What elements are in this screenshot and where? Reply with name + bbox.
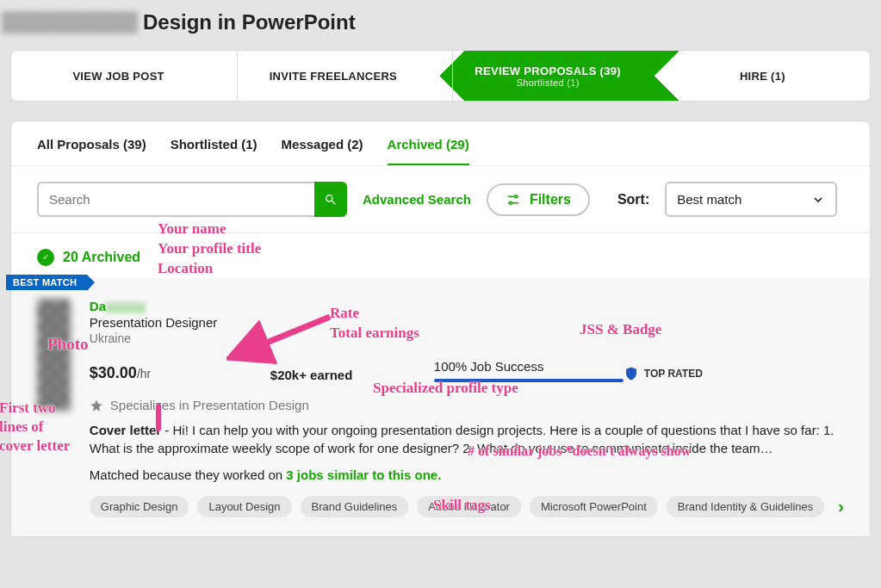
matched-reason: Matched because they worked on 3 jobs si… bbox=[90, 467, 844, 482]
tab-archived[interactable]: Archived (29) bbox=[388, 137, 469, 165]
specialization: Specializes in Presentation Design bbox=[90, 398, 844, 412]
proposal-card[interactable]: BEST MATCH Da Presentation Designer Ukra… bbox=[11, 278, 870, 536]
tab-shortlisted[interactable]: Shortlisted (1) bbox=[171, 137, 257, 165]
cover-letter: Cover letter - Hi! I can help you with y… bbox=[90, 421, 844, 457]
step-view-job[interactable]: VIEW JOB POST bbox=[11, 51, 226, 101]
skill-tag[interactable]: Graphic Design bbox=[90, 496, 189, 517]
top-rated-badge: TOP RATED bbox=[624, 365, 703, 382]
archived-count: 20 Archived bbox=[63, 250, 140, 265]
skills-next-icon[interactable]: › bbox=[838, 497, 844, 517]
page-header: Design in PowerPoint bbox=[0, 0, 881, 50]
svg-point-1 bbox=[509, 201, 512, 204]
similar-jobs-link[interactable]: 3 jobs similar to this one. bbox=[286, 467, 441, 482]
page-title: Design in PowerPoint bbox=[143, 10, 356, 34]
profile-title: Presentation Designer bbox=[90, 315, 844, 330]
filters-button[interactable]: Filters bbox=[487, 183, 590, 216]
advanced-search-link[interactable]: Advanced Search bbox=[363, 192, 471, 207]
hourly-rate: $30.00/hr bbox=[90, 364, 270, 382]
tab-messaged[interactable]: Messaged (2) bbox=[282, 137, 363, 165]
status-row: 20 Archived bbox=[11, 233, 870, 271]
check-circle-icon bbox=[37, 249, 54, 266]
star-icon bbox=[90, 399, 103, 412]
location: Ukraine bbox=[90, 331, 844, 345]
tab-all[interactable]: All Proposals (39) bbox=[37, 137, 146, 165]
search-wrap bbox=[37, 182, 347, 217]
svg-point-0 bbox=[514, 195, 517, 197]
step-hire[interactable]: HIRE (1) bbox=[655, 51, 870, 101]
step-review[interactable]: REVIEW PROPOSALS (39) Shortlisted (1) bbox=[441, 51, 655, 101]
search-icon bbox=[324, 193, 338, 207]
best-match-ribbon: BEST MATCH bbox=[6, 275, 87, 290]
title-blur bbox=[2, 11, 138, 34]
skill-tag[interactable]: Adobe Illustrator bbox=[417, 496, 521, 517]
freelancer-name[interactable]: Da bbox=[90, 299, 844, 313]
controls-bar: Advanced Search Filters Sort: Best match bbox=[11, 166, 870, 233]
wizard-steps: VIEW JOB POST INVITE FREELANCERS REVIEW … bbox=[10, 50, 871, 102]
skill-tag[interactable]: Brand Guidelines bbox=[301, 496, 409, 517]
shield-icon bbox=[624, 365, 639, 382]
chevron-down-icon bbox=[811, 193, 825, 207]
sliders-icon bbox=[506, 192, 521, 207]
skill-tags: Graphic Design Layout Design Brand Guide… bbox=[90, 496, 844, 517]
skill-tag[interactable]: Brand Identity & Guidelines bbox=[667, 496, 825, 517]
proposal-tabs: All Proposals (39) Shortlisted (1) Messa… bbox=[11, 121, 870, 166]
avatar[interactable] bbox=[37, 299, 71, 411]
anno-bracket bbox=[156, 404, 161, 431]
search-button[interactable] bbox=[314, 182, 347, 217]
skill-tag[interactable]: Layout Design bbox=[197, 496, 291, 517]
skill-tag[interactable]: Microsoft PowerPoint bbox=[530, 496, 658, 517]
step-invite[interactable]: INVITE FREELANCERS bbox=[226, 51, 440, 101]
sort-label: Sort: bbox=[617, 192, 649, 207]
search-input[interactable] bbox=[37, 182, 314, 217]
proposals-panel: All Proposals (39) Shortlisted (1) Messa… bbox=[10, 121, 871, 537]
total-earned: $20k+ earned bbox=[270, 368, 434, 382]
job-success: 100% Job Success bbox=[434, 359, 624, 382]
sort-select[interactable]: Best match bbox=[665, 182, 837, 217]
